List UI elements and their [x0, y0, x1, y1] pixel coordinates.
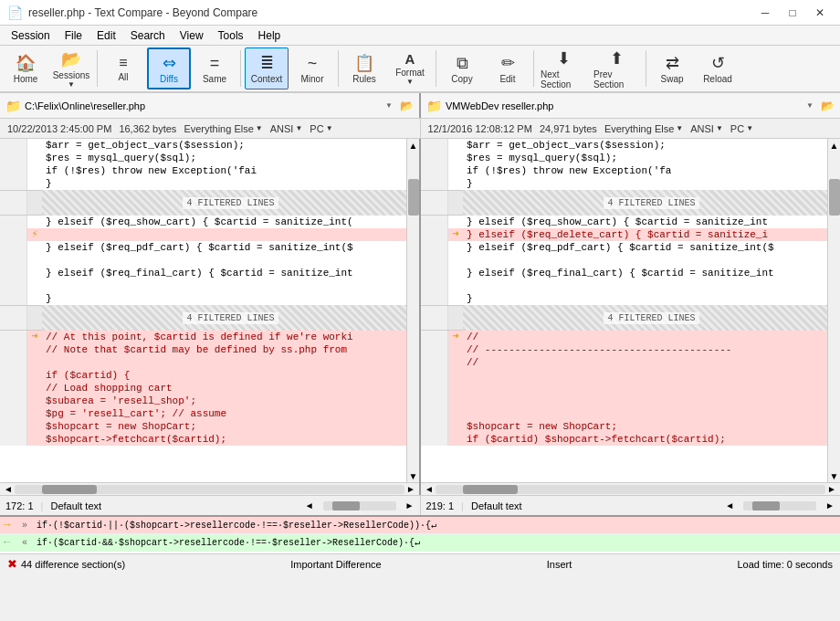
- menu-edit[interactable]: Edit: [89, 26, 123, 46]
- swap-button[interactable]: ⇄ Swap: [650, 47, 694, 89]
- scroll-down-arrow[interactable]: ▼: [407, 469, 419, 482]
- window-title: reseller.php - Text Compare - Beyond Com…: [28, 6, 752, 19]
- left-hscroll-thumb-pos[interactable]: [332, 501, 360, 510]
- hscroll-track[interactable]: [436, 485, 825, 494]
- close-button[interactable]: ✕: [807, 4, 833, 22]
- left-hscroll-track-pos[interactable]: [323, 501, 396, 510]
- right-hscroll-left[interactable]: ◄: [725, 500, 734, 510]
- line-number: [0, 331, 27, 343]
- all-button[interactable]: ≡ All: [101, 47, 145, 89]
- left-encoding-dropdown[interactable]: ANSI ▼: [270, 123, 303, 134]
- right-hscroll-thumb-pos[interactable]: [752, 501, 780, 510]
- context-button[interactable]: ≣ Context: [245, 47, 289, 89]
- reload-button[interactable]: ↺ Reload: [696, 47, 740, 89]
- menu-file[interactable]: File: [58, 26, 89, 46]
- right-filtered-section-2: 4 FILTERED LINES: [421, 305, 840, 331]
- table-row: if (!$res) throw new Exception('fai: [0, 164, 419, 177]
- menu-view[interactable]: View: [173, 26, 211, 46]
- context-icon: ≣: [260, 53, 274, 73]
- right-lineending-arrow: ▼: [746, 124, 753, 132]
- left-vscroll[interactable]: ▲ ▼: [406, 139, 419, 482]
- line-code: // At this point, $cartid is defined if …: [42, 331, 419, 343]
- right-path-dropdown[interactable]: ▼: [806, 101, 814, 110]
- scroll-thumb[interactable]: [829, 179, 840, 216]
- hscroll-right-arrow[interactable]: ►: [404, 484, 417, 494]
- left-path-bar: 📁 C:\Felix\Online\reseller.php ▼ 📂: [0, 93, 421, 118]
- table-row: } elseif ($req_show_cart) { $cartid = sa…: [421, 216, 840, 228]
- line-code: [463, 395, 840, 407]
- menu-tools[interactable]: Tools: [211, 26, 251, 46]
- scroll-up-arrow[interactable]: ▲: [828, 139, 840, 152]
- diffs-button[interactable]: ⇔ Diffs: [147, 47, 191, 89]
- table-row: if (!$res) throw new Exception('fa: [421, 164, 840, 177]
- minor-button[interactable]: ~ Minor: [290, 47, 334, 89]
- right-path: VMWebDev reseller.php: [446, 100, 803, 111]
- right-filtered-label-2: 4 FILTERED LINES: [604, 312, 698, 324]
- line-number: [421, 331, 448, 343]
- right-lineending-dropdown[interactable]: PC ▼: [730, 123, 753, 134]
- line-number: [0, 241, 27, 254]
- home-button[interactable]: 🏠 Home: [4, 47, 47, 89]
- right-filter-dropdown[interactable]: Everything Else ▼: [604, 123, 683, 134]
- compare-add-arrow: «: [22, 538, 37, 548]
- hscroll-left-arrow[interactable]: ◄: [423, 484, 436, 494]
- right-vscroll[interactable]: ▲ ▼: [827, 139, 840, 482]
- right-encoding-dropdown[interactable]: ANSI ▼: [690, 123, 723, 134]
- next-section-button[interactable]: ⬇ Next Section: [538, 47, 589, 89]
- right-code-scroll[interactable]: $arr = get_object_vars($session); $res =…: [421, 139, 840, 482]
- hscroll-thumb[interactable]: [42, 485, 97, 494]
- menu-help[interactable]: Help: [251, 26, 289, 46]
- minimize-button[interactable]: ─: [752, 4, 778, 22]
- scroll-up-arrow[interactable]: ▲: [407, 139, 419, 152]
- menu-session[interactable]: Session: [4, 26, 58, 46]
- left-hscroll-left[interactable]: ◄: [305, 500, 314, 510]
- edit-icon: ✏: [501, 53, 515, 73]
- load-time: Load time: 0 seconds: [737, 559, 833, 570]
- line-number: [0, 382, 27, 395]
- left-hscroll-right[interactable]: ►: [405, 500, 415, 510]
- menu-search[interactable]: Search: [123, 26, 173, 46]
- maximize-button[interactable]: □: [780, 4, 805, 22]
- line-mark: [27, 164, 42, 177]
- scroll-down-arrow[interactable]: ▼: [828, 469, 840, 482]
- rules-button[interactable]: 📋 Rules: [342, 47, 386, 89]
- format-button[interactable]: A Format ▼: [388, 47, 432, 89]
- left-hscroll[interactable]: ◄ ►: [0, 482, 419, 495]
- right-filtered-lines-2: 4 FILTERED LINES: [463, 305, 840, 331]
- diff-count: 44 difference section(s): [21, 559, 125, 570]
- line-mark: [27, 292, 42, 305]
- sessions-button[interactable]: 📂 Sessions ▼: [49, 47, 93, 89]
- line-number: [0, 369, 27, 382]
- right-hscroll-track-pos[interactable]: [743, 501, 816, 510]
- diffs-label: Diffs: [160, 74, 178, 84]
- right-hscroll[interactable]: ◄ ►: [421, 482, 840, 495]
- edit-button[interactable]: ✏ Edit: [486, 47, 530, 89]
- table-row: $arr = get_object_vars($session);: [0, 139, 419, 152]
- line-code: [463, 407, 840, 420]
- scroll-track[interactable]: [407, 152, 419, 469]
- hscroll-thumb[interactable]: [463, 485, 518, 494]
- table-row: // Note that $cartid may be defined by s…: [0, 343, 419, 356]
- same-button[interactable]: = Same: [193, 47, 236, 89]
- left-lineending-dropdown[interactable]: PC ▼: [310, 123, 332, 134]
- hscroll-right-arrow[interactable]: ►: [825, 484, 838, 494]
- filtered-lines-2: 4 FILTERED LINES: [42, 305, 419, 331]
- scroll-thumb[interactable]: [408, 179, 419, 216]
- line-number: [0, 407, 27, 420]
- right-hscroll-right[interactable]: ►: [825, 500, 835, 510]
- copy-button[interactable]: ⧉ Copy: [440, 47, 484, 89]
- line-code: $res = mysql_query($sql);: [463, 152, 840, 164]
- left-browse-icon[interactable]: 📂: [400, 100, 414, 112]
- hscroll-left-arrow[interactable]: ◄: [2, 484, 15, 494]
- importance-label: Important Difference: [290, 559, 381, 570]
- left-code-scroll[interactable]: $arr = get_object_vars($session); $res =…: [0, 139, 419, 482]
- hscroll-track[interactable]: [15, 485, 404, 494]
- line-code: [42, 254, 419, 267]
- scroll-track[interactable]: [828, 152, 840, 469]
- left-path-dropdown[interactable]: ▼: [385, 101, 393, 110]
- line-number: [421, 241, 448, 254]
- right-browse-icon[interactable]: 📂: [821, 100, 835, 112]
- left-filter-dropdown[interactable]: Everything Else ▼: [184, 123, 262, 134]
- prev-section-button[interactable]: ⬆ Prev Section: [591, 47, 642, 89]
- compare-add-icon: ←: [4, 536, 22, 549]
